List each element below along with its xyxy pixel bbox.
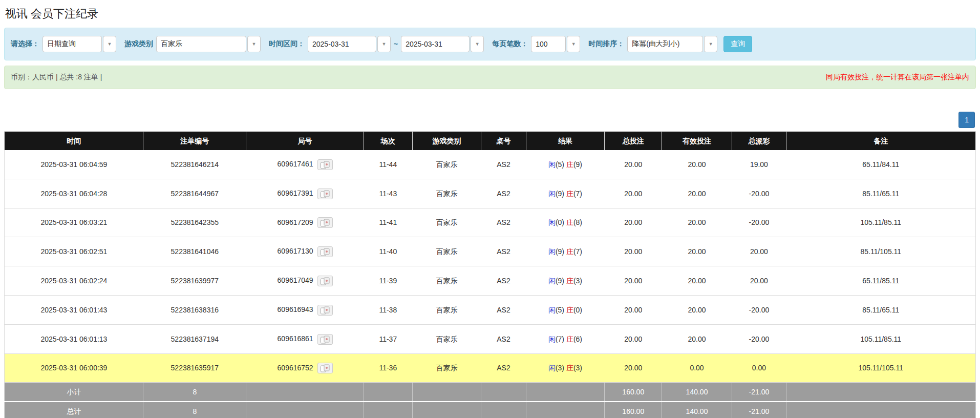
footer-empty-cell xyxy=(364,383,412,402)
footer-empty-cell xyxy=(786,402,976,418)
cell-game-type: 百家乐 xyxy=(412,150,481,179)
round-detail-button[interactable] xyxy=(317,217,333,228)
summary-row: 总计8160.00140.00-21.00 xyxy=(5,402,976,418)
round-id-text: 609616943 xyxy=(278,305,313,314)
query-type-dropdown-button[interactable]: ▼ xyxy=(103,36,116,52)
cell-table-number: AS2 xyxy=(481,150,526,179)
footer-empty-cell xyxy=(481,402,526,418)
page: 视讯 会员下注纪录 请选择： ▼ 游戏类别 ▼ 时间区间： ▼ ~ ▼ 每页笔数… xyxy=(0,0,980,418)
pagination-top: 1 xyxy=(5,112,975,128)
cell-game-type: 百家乐 xyxy=(412,324,481,353)
footer-empty-cell xyxy=(481,383,526,402)
date-to-dropdown-button[interactable]: ▼ xyxy=(471,36,484,52)
page-size-input[interactable] xyxy=(531,36,566,52)
cell-table-number: AS2 xyxy=(481,266,526,296)
search-button[interactable]: 查询 xyxy=(723,36,752,52)
time-sort-dropdown-button[interactable]: ▼ xyxy=(704,36,717,52)
cell-round-id: 609617049 xyxy=(246,266,364,296)
cell-payout: -20.00 xyxy=(732,295,786,324)
round-detail-button[interactable] xyxy=(317,363,333,373)
cell-time: 2025-03-31 06:01:43 xyxy=(5,295,143,324)
column-header: 游戏类别 xyxy=(412,132,481,151)
player-result: 闲 xyxy=(548,306,556,314)
cell-total-bet[interactable]: 20.00 xyxy=(605,295,662,324)
page-size-dropdown-button[interactable]: ▼ xyxy=(567,36,580,52)
round-detail-button[interactable] xyxy=(317,246,333,257)
column-header: 总派彩 xyxy=(732,132,786,151)
player-result: 闲 xyxy=(548,277,556,285)
banker-result: 庄 xyxy=(566,218,573,226)
table-row: 2025-03-31 06:04:28522381644967609617391… xyxy=(5,179,976,208)
column-header: 结果 xyxy=(526,132,605,151)
cell-note: 85.11/65.11 xyxy=(786,179,976,208)
footer-valid-bet: 140.00 xyxy=(662,402,732,418)
cell-round-id: 609617130 xyxy=(246,237,364,266)
time-sort-combobox: ▼ xyxy=(627,36,717,52)
table-row: 2025-03-31 06:04:59522381646214609617461… xyxy=(5,150,976,179)
cell-total-bet[interactable]: 20.00 xyxy=(605,266,662,296)
cell-game-type: 百家乐 xyxy=(412,353,481,383)
cell-bet-id: 522381637194 xyxy=(143,324,246,353)
cell-time: 2025-03-31 06:04:28 xyxy=(5,179,143,208)
page-1-button[interactable]: 1 xyxy=(958,112,975,128)
cell-total-bet[interactable]: 20.00 xyxy=(605,324,662,353)
chevron-down-icon: ▼ xyxy=(475,42,480,47)
page-size-label: 每页笔数： xyxy=(492,39,528,49)
query-type-combobox: ▼ xyxy=(42,36,116,52)
table-body: 2025-03-31 06:04:59522381646214609617461… xyxy=(5,150,976,383)
date-range-separator: ~ xyxy=(394,40,398,48)
cell-table-number: AS2 xyxy=(481,353,526,383)
cell-bet-id: 522381646214 xyxy=(143,150,246,179)
cell-total-bet[interactable]: 20.00 xyxy=(605,237,662,266)
player-result: 闲 xyxy=(548,247,556,256)
banker-result: 庄 xyxy=(566,364,573,372)
footer-valid-bet: 140.00 xyxy=(662,383,732,402)
round-detail-button[interactable] xyxy=(317,276,333,286)
footer-payout: -21.00 xyxy=(732,402,786,418)
cell-total-bet[interactable]: 20.00 xyxy=(605,208,662,237)
cell-game-type: 百家乐 xyxy=(412,295,481,324)
cell-total-bet[interactable]: 20.00 xyxy=(605,179,662,208)
chevron-down-icon: ▼ xyxy=(571,42,576,47)
summary-bar: 币别：人民币 | 总共 :8 注单 | 同局有效投注，统一计算在该局第一张注单内 xyxy=(4,66,976,89)
round-detail-button[interactable] xyxy=(317,189,333,199)
column-header: 总投注 xyxy=(605,132,662,151)
date-from-dropdown-button[interactable]: ▼ xyxy=(377,36,391,52)
column-header: 有效投注 xyxy=(662,132,732,151)
footer-payout: -21.00 xyxy=(732,383,786,402)
date-from-combobox: ▼ xyxy=(308,36,391,52)
cell-session: 11-39 xyxy=(364,266,412,296)
time-sort-input[interactable] xyxy=(627,36,703,52)
cards-icon xyxy=(320,277,330,285)
game-type-dropdown-button[interactable]: ▼ xyxy=(247,36,261,52)
round-id-text: 609616861 xyxy=(278,335,313,343)
time-range-label: 时间区间： xyxy=(269,39,305,49)
column-header: 备注 xyxy=(786,132,976,151)
cell-round-id: 609617209 xyxy=(246,208,364,237)
round-detail-button[interactable] xyxy=(317,334,333,345)
cell-note: 85.11/105.11 xyxy=(786,237,976,266)
game-type-combobox: ▼ xyxy=(156,36,261,52)
date-to-input[interactable] xyxy=(401,36,470,52)
round-detail-button[interactable] xyxy=(317,305,333,316)
round-detail-button[interactable] xyxy=(317,159,333,170)
round-id-text: 609617209 xyxy=(278,218,313,226)
query-type-input[interactable] xyxy=(42,36,102,52)
cell-valid-bet: 20.00 xyxy=(662,266,732,296)
date-to-combobox: ▼ xyxy=(401,36,484,52)
time-sort-label: 时间排序： xyxy=(588,39,624,49)
footer-label: 小计 xyxy=(5,383,143,402)
game-type-input[interactable] xyxy=(156,36,246,52)
cell-bet-id: 522381635917 xyxy=(143,353,246,383)
cell-result: 闲(5) 庄(9) xyxy=(526,150,605,179)
footer-empty-cell xyxy=(526,383,605,402)
chevron-down-icon: ▼ xyxy=(382,42,387,47)
column-header: 场次 xyxy=(364,132,412,151)
date-from-input[interactable] xyxy=(308,36,376,52)
cell-total-bet[interactable]: 20.00 xyxy=(605,353,662,383)
footer-count: 8 xyxy=(143,383,246,402)
summary-row: 小计8160.00140.00-21.00 xyxy=(5,383,976,402)
table-row: 2025-03-31 06:00:39522381635917609616752… xyxy=(5,353,976,383)
cell-total-bet[interactable]: 20.00 xyxy=(605,150,662,179)
footer-empty-cell xyxy=(364,402,412,418)
